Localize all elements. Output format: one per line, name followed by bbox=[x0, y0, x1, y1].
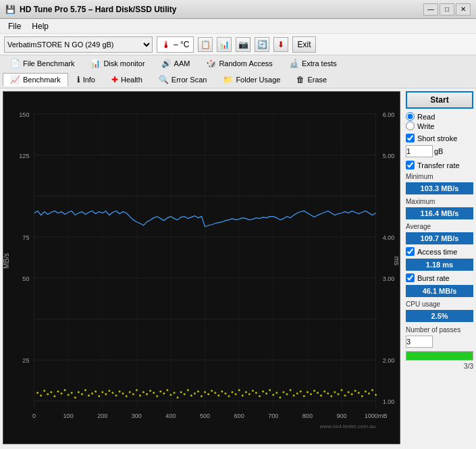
menu-help[interactable]: Help bbox=[26, 20, 54, 32]
svg-point-113 bbox=[272, 394, 274, 396]
svg-point-89 bbox=[190, 394, 192, 396]
file-benchmark-icon: 📄 bbox=[10, 59, 20, 68]
svg-point-75 bbox=[142, 391, 144, 393]
tab-error-scan[interactable]: 🔍 Error Scan bbox=[151, 73, 215, 86]
svg-point-142 bbox=[371, 389, 373, 391]
svg-point-71 bbox=[129, 391, 131, 393]
tab-aam[interactable]: 🔊 AAM bbox=[154, 57, 198, 70]
passes-spinbox-row bbox=[406, 336, 473, 348]
svg-point-84 bbox=[173, 392, 175, 394]
svg-point-96 bbox=[214, 392, 216, 394]
svg-point-86 bbox=[180, 391, 182, 393]
svg-text:50: 50 bbox=[22, 275, 29, 282]
read-write-group: Read Write bbox=[406, 112, 473, 130]
short-stroke-checkbox[interactable] bbox=[406, 134, 415, 142]
svg-point-85 bbox=[177, 396, 179, 398]
svg-text:www.ssd-tester.com.au: www.ssd-tester.com.au bbox=[319, 423, 376, 429]
access-time-checkbox[interactable] bbox=[406, 247, 415, 256]
camera-icon-btn[interactable]: 📷 bbox=[236, 37, 250, 52]
svg-point-59 bbox=[88, 394, 90, 396]
maximize-button[interactable]: □ bbox=[440, 3, 454, 16]
svg-point-49 bbox=[53, 395, 55, 397]
tab-health[interactable]: ✚ Health bbox=[104, 73, 150, 86]
tab-erase[interactable]: 🗑 Erase bbox=[289, 73, 334, 86]
svg-point-127 bbox=[320, 394, 322, 396]
svg-point-73 bbox=[136, 389, 138, 391]
svg-point-111 bbox=[265, 392, 267, 394]
burst-rate-checkbox[interactable] bbox=[406, 273, 415, 282]
tab-info[interactable]: ℹ Info bbox=[70, 73, 103, 86]
burst-rate-checkbox-label[interactable]: Burst rate bbox=[406, 273, 473, 282]
exit-button[interactable]: Exit bbox=[292, 36, 315, 53]
tab-extra-tests[interactable]: 🔬 Extra tests bbox=[282, 57, 344, 70]
access-time-checkbox-label[interactable]: Access time bbox=[406, 247, 473, 256]
svg-point-94 bbox=[207, 393, 209, 395]
svg-point-52 bbox=[64, 389, 66, 391]
svg-text:1.00: 1.00 bbox=[383, 398, 395, 405]
download-icon-btn[interactable]: ⬇ bbox=[273, 37, 288, 52]
write-radio[interactable] bbox=[406, 122, 415, 130]
svg-point-56 bbox=[78, 391, 80, 393]
read-radio[interactable] bbox=[406, 112, 415, 121]
svg-text:150: 150 bbox=[19, 111, 29, 118]
svg-point-90 bbox=[194, 392, 196, 394]
svg-point-53 bbox=[68, 394, 70, 396]
svg-rect-0 bbox=[3, 101, 400, 435]
svg-point-97 bbox=[217, 394, 219, 396]
tab-row-2: 📈 Benchmark ℹ Info ✚ Health 🔍 Error Scan… bbox=[0, 72, 476, 88]
app-title: HD Tune Pro 5.75 – Hard Disk/SSD Utility bbox=[20, 5, 177, 14]
passes-spinbox[interactable] bbox=[406, 336, 433, 348]
tabbar: 📄 File Benchmark 📊 Disk monitor 🔊 AAM 🎲 … bbox=[0, 55, 476, 88]
info-icon-btn[interactable]: 📋 bbox=[198, 37, 213, 52]
start-button[interactable]: Start bbox=[406, 91, 473, 109]
svg-text:25: 25 bbox=[22, 357, 29, 364]
transfer-rate-checkbox[interactable] bbox=[406, 161, 415, 169]
svg-point-112 bbox=[269, 389, 271, 391]
svg-point-123 bbox=[307, 391, 309, 393]
chart-container: 150 125 75 50 25 MB/s 6.00 5.00 4.00 3.0… bbox=[3, 91, 400, 444]
svg-point-141 bbox=[368, 392, 370, 394]
svg-text:800: 800 bbox=[302, 413, 313, 419]
svg-text:300: 300 bbox=[132, 413, 142, 419]
benchmark-chart: 150 125 75 50 25 MB/s 6.00 5.00 4.00 3.0… bbox=[3, 92, 400, 444]
short-stroke-spinbox[interactable] bbox=[406, 145, 433, 157]
svg-point-61 bbox=[95, 390, 97, 392]
minimize-button[interactable]: — bbox=[423, 3, 438, 16]
svg-text:200: 200 bbox=[97, 413, 107, 419]
tab-folder-usage[interactable]: 📁 Folder Usage bbox=[215, 73, 288, 86]
svg-point-81 bbox=[163, 392, 165, 394]
write-radio-label[interactable]: Write bbox=[406, 122, 473, 130]
close-button[interactable]: ✕ bbox=[456, 3, 471, 16]
tab-disk-monitor[interactable]: 📊 Disk monitor bbox=[83, 57, 152, 70]
svg-point-58 bbox=[84, 389, 86, 391]
extra-tests-icon: 🔬 bbox=[289, 59, 299, 68]
tab-file-benchmark[interactable]: 📄 File Benchmark bbox=[3, 57, 82, 70]
svg-point-122 bbox=[303, 395, 305, 397]
refresh-icon-btn[interactable]: 🔄 bbox=[255, 37, 269, 52]
svg-point-108 bbox=[255, 392, 257, 394]
svg-point-132 bbox=[337, 393, 339, 395]
read-radio-label[interactable]: Read bbox=[406, 112, 473, 121]
access-time-value: 1.18 ms bbox=[406, 259, 473, 271]
svg-point-140 bbox=[365, 390, 367, 392]
tab-benchmark[interactable]: 📈 Benchmark bbox=[3, 73, 68, 86]
health-icon: ✚ bbox=[111, 75, 118, 84]
svg-point-55 bbox=[74, 396, 76, 398]
svg-point-133 bbox=[340, 389, 342, 391]
tab-row-1: 📄 File Benchmark 📊 Disk monitor 🔊 AAM 🎲 … bbox=[0, 55, 476, 72]
svg-point-77 bbox=[149, 390, 151, 392]
svg-point-46 bbox=[43, 390, 45, 392]
svg-text:MB/s: MB/s bbox=[3, 253, 10, 269]
svg-point-79 bbox=[156, 395, 158, 397]
svg-point-68 bbox=[119, 390, 121, 392]
transfer-rate-checkbox-label[interactable]: Transfer rate bbox=[406, 161, 473, 169]
aam-icon: 🔊 bbox=[161, 59, 171, 68]
short-stroke-checkbox-label[interactable]: Short stroke bbox=[406, 134, 473, 142]
menu-file[interactable]: File bbox=[3, 20, 26, 32]
svg-text:6.00: 6.00 bbox=[383, 111, 395, 118]
svg-text:125: 125 bbox=[19, 153, 29, 159]
chart-icon-btn[interactable]: 📊 bbox=[217, 37, 232, 52]
drive-selector[interactable]: VerbatimSTORE N GO (249 gB) bbox=[4, 36, 153, 53]
svg-point-110 bbox=[262, 390, 264, 392]
tab-random-access[interactable]: 🎲 Random Access bbox=[199, 57, 280, 70]
